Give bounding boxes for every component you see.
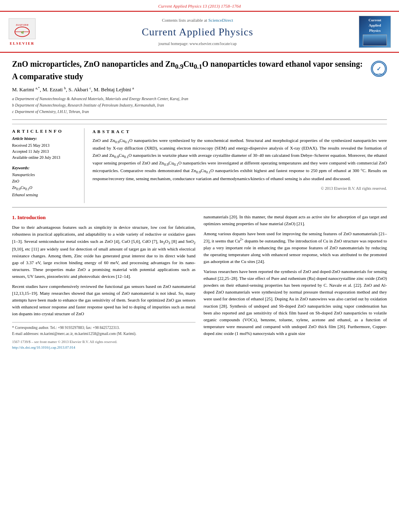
keyword-2: ZnO: [12, 178, 78, 185]
article-history-subheading: Article history:: [12, 136, 78, 142]
journal-cover: Current Applied Physics: [359, 16, 391, 48]
svg-rect-0: [9, 18, 35, 39]
affiliation-c: c Department of Chemistry, I.H.U, Tehran…: [12, 109, 387, 115]
accepted-date: Accepted 11 July 2013: [12, 148, 78, 154]
article-info-heading: A R T I C L E I N F O: [12, 128, 78, 134]
info-abstract-section: A R T I C L E I N F O Article history: R…: [12, 124, 387, 203]
svg-text:ELSEVIER: ELSEVIER: [15, 23, 29, 27]
divider-top: [12, 119, 387, 120]
journal-reference-header: Current Applied Physics 13 (2013) 1758–1…: [0, 0, 399, 12]
body-section: 1. Introduction Due to their advantageou…: [12, 214, 387, 350]
right-paragraph-1: nanomaterials [20]. In this manner, the …: [204, 214, 387, 227]
keyword-3: Zn0.9Cu0.1O: [12, 185, 78, 192]
elsevier-logo-icon: ELSEVIER 🌿: [8, 18, 36, 40]
journal-homepage: journal homepage: www.elsevier.com/locat…: [44, 41, 351, 47]
sciencedirect-link[interactable]: ScienceDirect: [208, 18, 233, 23]
email-note: E-mail addresses: m.karimi@merc.ac.ir, m…: [12, 331, 195, 337]
right-paragraph-2: Among various dopants have been used for…: [204, 230, 387, 265]
section1-heading: 1. Introduction: [12, 214, 195, 222]
crossmark-container: ✓ CrossMark: [371, 61, 387, 77]
affiliations: a Department of Nanotechnology & Advance…: [12, 96, 387, 115]
footnote-area: * Corresponding author. Tel.: +98 919329…: [12, 322, 195, 350]
affiliation-b: b Department of Nanotechnology, Research…: [12, 103, 387, 108]
crossmark-badge: ✓ CrossMark: [371, 61, 387, 77]
article-info-column: A R T I C L E I N F O Article history: R…: [12, 128, 84, 203]
cover-line3: Physics: [369, 28, 381, 33]
right-paragraph-3: Various researchers have been reported t…: [204, 268, 387, 337]
banner-center: Contents lists available at ScienceDirec…: [44, 17, 351, 47]
intro-paragraph-2: Recent studies have comprehensively revi…: [12, 283, 195, 317]
abstract-column: A B S T R A C T ZnO and Zn0.9Cu0.1O nano…: [93, 128, 387, 203]
cover-line1: Current: [368, 18, 381, 23]
issn-line: 1567-1739/$ – see front matter © 2013 El…: [12, 339, 195, 345]
intro-paragraph-1: Due to their advantageous features such …: [12, 224, 195, 280]
keywords-list: Nanoparticles ZnO Zn0.9Cu0.1O Ethanol se…: [12, 172, 78, 198]
divider-body: [12, 207, 387, 207]
journal-cover-image: Current Applied Physics: [359, 16, 391, 48]
abstract-text: ZnO and Zn0.9Cu0.1O nanoparticles were s…: [93, 137, 387, 182]
keyword-4: Ethanol sensing: [12, 192, 78, 198]
authors-line: M. Karimi a,*, M. Ezzati b, S. Akbari c,…: [12, 86, 387, 94]
article-info-block: A R T I C L E I N F O Article history: R…: [12, 128, 78, 160]
title-section: ✓ CrossMark ZnO microparticles, ZnO nano…: [12, 59, 387, 82]
keywords-heading: Keywords:: [12, 165, 78, 171]
copyright-line: © 2013 Elsevier B.V. All rights reserved…: [93, 185, 387, 191]
svg-text:🌿: 🌿: [21, 31, 24, 34]
abstract-heading: A B S T R A C T: [93, 128, 387, 135]
page-wrapper: Current Applied Physics 13 (2013) 1758–1…: [0, 0, 399, 357]
body-column-right: nanomaterials [20]. In this manner, the …: [204, 214, 387, 350]
sciencedirect-line: Contents lists available at ScienceDirec…: [44, 17, 351, 23]
elsevier-branding: ELSEVIER 🌿 ELSEVIER: [8, 18, 36, 46]
svg-text:CrossMark: CrossMark: [374, 73, 384, 75]
body-column-left: 1. Introduction Due to their advantageou…: [12, 214, 195, 350]
keyword-1: Nanoparticles: [12, 172, 78, 178]
journal-banner: ELSEVIER 🌿 ELSEVIER Contents lists avail…: [0, 12, 399, 53]
received-date: Received 25 May 2013: [12, 142, 78, 148]
affiliation-a: a Department of Nanotechnology & Advance…: [12, 96, 387, 102]
journal-title: Current Applied Physics: [44, 25, 351, 39]
journal-ref-text: Current Applied Physics 13 (2013) 1758–1…: [158, 4, 241, 8]
doi-footer: http://dx.doi.org/10.1016/j.cap.2013.07.…: [12, 345, 195, 351]
corresponding-author-note: * Corresponding author. Tel.: +98 919329…: [12, 325, 195, 331]
contents-list-text: Contents lists available at: [162, 18, 207, 23]
available-online-date: Available online 20 July 2013: [12, 154, 78, 160]
article-container: ✓ CrossMark ZnO microparticles, ZnO nano…: [0, 53, 399, 356]
cover-line2: Applied: [369, 23, 381, 28]
svg-text:✓: ✓: [376, 66, 381, 72]
keywords-block: Keywords: Nanoparticles ZnO Zn0.9Cu0.1O …: [12, 165, 78, 198]
article-title: ZnO microparticles, ZnO nanoparticles an…: [12, 59, 387, 82]
elsevier-label: ELSEVIER: [10, 41, 35, 46]
